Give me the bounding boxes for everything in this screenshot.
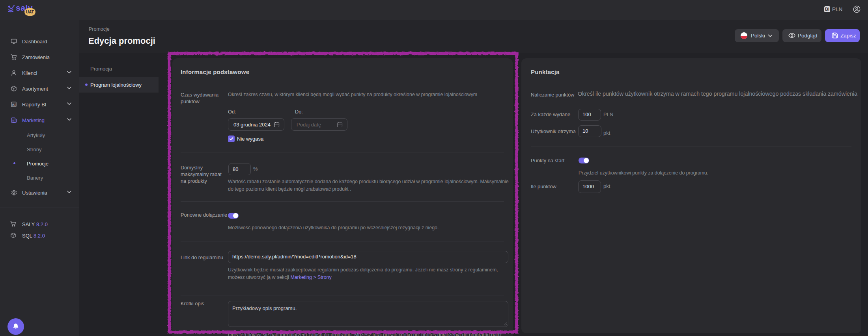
svg-text:Bi: Bi	[12, 103, 16, 107]
